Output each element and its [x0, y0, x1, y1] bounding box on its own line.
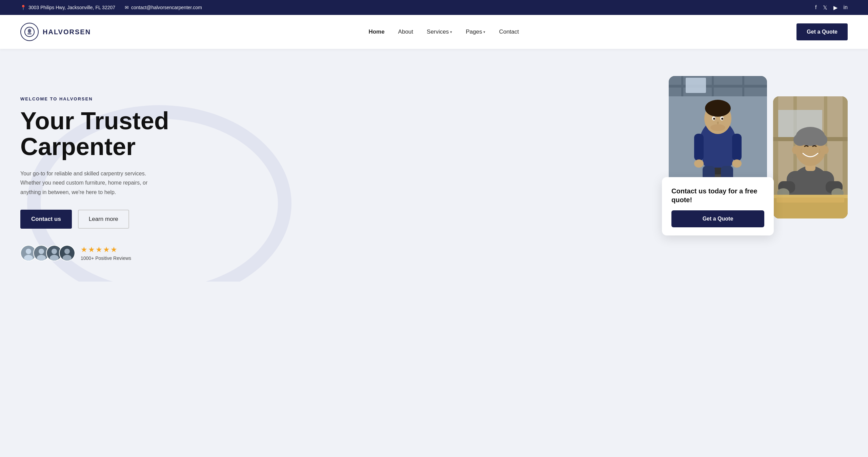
- nav-home[interactable]: Home: [368, 28, 384, 35]
- svg-rect-30: [694, 134, 704, 161]
- svg-point-7: [39, 249, 44, 254]
- reviews-info: ★★★★★ 1000+ Positive Reviews: [81, 245, 131, 261]
- email-icon: ✉: [125, 5, 129, 10]
- hero-right: Contact us today for a free quote! Get a…: [669, 76, 848, 225]
- svg-point-13: [64, 249, 70, 254]
- avatar-group: [20, 245, 75, 261]
- logo-text: HALVORSEN: [43, 28, 91, 36]
- hero-tag: WELCOME TO HALVORSEN: [20, 96, 169, 101]
- hero-left: WELCOME TO HALVORSEN Your Trusted Carpen…: [20, 76, 169, 261]
- svg-rect-21: [686, 78, 706, 93]
- svg-point-41: [713, 118, 715, 120]
- svg-point-4: [26, 249, 31, 254]
- svg-point-69: [792, 146, 798, 154]
- svg-rect-29: [703, 130, 733, 168]
- navbar: HALVORSEN Home About Services ▾ Pages ▾ …: [0, 15, 868, 49]
- facebook-icon[interactable]: f: [815, 4, 816, 11]
- topbar: 📍 3003 Philips Hwy, Jacksonville, FL 322…: [0, 0, 868, 15]
- pages-arrow-icon: ▾: [483, 30, 485, 34]
- linkedin-icon[interactable]: in: [844, 4, 848, 11]
- svg-point-44: [710, 124, 725, 131]
- svg-point-68: [814, 134, 827, 146]
- nav-links: Home About Services ▾ Pages ▾ Contact: [368, 28, 519, 35]
- svg-point-32: [694, 159, 704, 168]
- services-arrow-icon: ▾: [450, 30, 452, 34]
- svg-point-33: [732, 159, 742, 168]
- svg-rect-31: [732, 134, 742, 161]
- hero-description: Your go-to for reliable and skilled carp…: [20, 169, 163, 197]
- topbar-left: 📍 3003 Philips Hwy, Jacksonville, FL 322…: [20, 5, 202, 10]
- svg-point-10: [52, 249, 57, 254]
- svg-point-42: [721, 118, 723, 120]
- hero-buttons: Contact us Learn more: [20, 210, 169, 229]
- quote-card-title: Contact us today for a free quote!: [671, 187, 764, 204]
- quote-card-button[interactable]: Get a Quote: [671, 210, 764, 227]
- quote-card: Contact us today for a free quote! Get a…: [662, 177, 774, 235]
- twitter-icon[interactable]: 𝕏: [823, 4, 827, 11]
- hero-title: Your Trusted Carpenter: [20, 108, 169, 159]
- nav-contact[interactable]: Contact: [499, 28, 519, 35]
- svg-rect-2: [27, 33, 32, 35]
- svg-point-38: [705, 100, 731, 117]
- topbar-social: f 𝕏 ▶ in: [815, 4, 848, 11]
- nav-about[interactable]: About: [398, 28, 413, 35]
- svg-point-70: [823, 146, 829, 154]
- hero-side-image: [773, 96, 848, 218]
- logo[interactable]: HALVORSEN: [20, 23, 91, 41]
- nav-services[interactable]: Services ▾: [427, 28, 452, 35]
- youtube-icon[interactable]: ▶: [833, 4, 837, 11]
- svg-point-67: [793, 134, 807, 146]
- location-icon: 📍: [20, 5, 26, 10]
- nav-get-quote-button[interactable]: Get a Quote: [796, 23, 848, 40]
- topbar-address: 📍 3003 Philips Hwy, Jacksonville, FL 322…: [20, 5, 115, 10]
- star-rating: ★★★★★: [81, 245, 131, 254]
- svg-point-43: [717, 121, 719, 124]
- svg-rect-73: [776, 197, 844, 203]
- logo-icon: [20, 23, 39, 41]
- contact-us-button[interactable]: Contact us: [20, 210, 72, 229]
- topbar-email[interactable]: ✉ contact@halvorsencarpenter.com: [125, 5, 202, 10]
- reviews-count: 1000+ Positive Reviews: [81, 255, 131, 261]
- reviews-row: ★★★★★ 1000+ Positive Reviews: [20, 245, 169, 261]
- hero-section: WELCOME TO HALVORSEN Your Trusted Carpen…: [0, 49, 868, 282]
- avatar-4: [59, 245, 75, 261]
- learn-more-button[interactable]: Learn more: [78, 210, 129, 229]
- nav-pages[interactable]: Pages ▾: [466, 28, 485, 35]
- svg-point-1: [28, 29, 31, 33]
